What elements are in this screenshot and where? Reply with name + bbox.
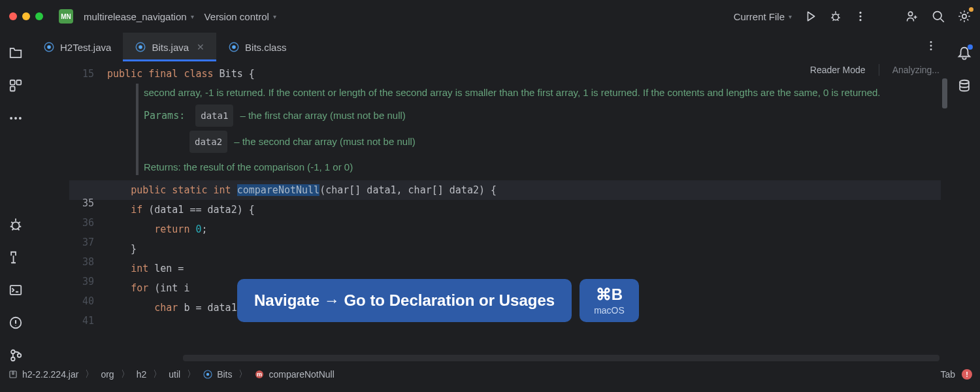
svg-point-6: [962, 14, 966, 18]
structure-tool-button[interactable]: [8, 78, 23, 93]
notifications-button[interactable]: [957, 46, 972, 60]
breadcrumb-item[interactable]: org: [101, 369, 114, 380]
svg-point-25: [930, 41, 932, 43]
debug-button[interactable]: [830, 10, 841, 22]
svg-point-16: [11, 350, 15, 354]
run-config-label: Current File: [734, 11, 785, 22]
archive-icon: [8, 369, 18, 380]
code-keyword: for: [131, 282, 148, 294]
line-number: 41: [31, 311, 94, 331]
project-badge: MN: [59, 9, 73, 24]
code-keyword: int: [131, 263, 148, 274]
javadoc-param-name: data1: [195, 105, 233, 127]
line-number: 35: [31, 193, 94, 213]
method-icon: m: [254, 369, 265, 380]
svg-point-24: [232, 45, 236, 49]
database-tool-button[interactable]: [957, 78, 972, 93]
breadcrumb-label: h2-2.2.224.jar: [22, 369, 78, 380]
svg-point-3: [859, 19, 861, 21]
tabs-more-button[interactable]: [913, 40, 949, 54]
code-text: len =: [148, 263, 189, 274]
zoom-window-button[interactable]: [35, 12, 43, 20]
javadoc-text: second array, -1 is returned. If the con…: [144, 85, 949, 101]
tab-bits-java[interactable]: Bits.java ✕: [123, 33, 216, 61]
vcs-tool-button[interactable]: [8, 348, 23, 363]
run-button[interactable]: [805, 10, 817, 22]
class-icon: [203, 369, 213, 380]
svg-point-0: [833, 14, 839, 20]
breadcrumb-item[interactable]: h2-2.2.224.jar: [8, 369, 78, 380]
right-toolbar: [949, 33, 980, 363]
minimize-window-button[interactable]: [22, 12, 30, 20]
breadcrumb-separator: 〉: [85, 368, 94, 380]
left-toolbar: [0, 33, 31, 363]
svg-text:m: m: [257, 371, 262, 378]
more-tools-button[interactable]: [8, 111, 23, 125]
shortcut-key: ⌘B: [594, 286, 625, 304]
svg-point-13: [12, 222, 20, 229]
chevron-down-icon: ▾: [273, 13, 276, 20]
svg-rect-9: [10, 86, 15, 91]
indent-indicator[interactable]: Tab: [940, 369, 955, 380]
javadoc-param-name: data2: [189, 131, 227, 153]
breadcrumb-label: compareNotNull: [269, 369, 334, 380]
javadoc-returns-label: Returns:: [144, 161, 181, 172]
terminal-tool-button[interactable]: [8, 283, 23, 297]
svg-point-10: [10, 117, 12, 120]
settings-button[interactable]: [958, 10, 971, 23]
action-hint-popup: Navigate → Go to Declaration or Usages ⌘…: [237, 279, 639, 322]
project-selector[interactable]: multirelease_navigation ▾: [84, 11, 194, 22]
action-hint-text: Navigate → Go to Declaration or Usages: [237, 279, 572, 322]
problems-tool-button[interactable]: [8, 316, 23, 330]
analyzing-label: Analyzing...: [892, 65, 939, 75]
action-hint-shortcut: ⌘B macOS: [580, 279, 639, 322]
svg-point-20: [47, 45, 51, 49]
code-line: }: [107, 239, 949, 259]
svg-point-5: [934, 12, 942, 20]
svg-point-2: [859, 15, 861, 17]
line-number: 38: [31, 252, 94, 272]
breadcrumb-label: Bits: [217, 369, 232, 380]
code-text: {: [243, 68, 255, 80]
editor-banner: Reader Mode Analyzing...: [810, 64, 939, 76]
breadcrumb-item[interactable]: Bits: [203, 369, 232, 380]
build-tool-button[interactable]: [8, 250, 23, 265]
tab-h2test[interactable]: H2Test.java: [31, 33, 123, 61]
code-text: (char[] data1, char[] data2) {: [319, 184, 497, 196]
project-tool-button[interactable]: [8, 46, 23, 60]
scroll-thumb[interactable]: [942, 78, 947, 108]
breadcrumb-separator: 〉: [187, 368, 196, 380]
chevron-down-icon: ▾: [191, 13, 194, 20]
close-tab-button[interactable]: ✕: [197, 42, 204, 52]
breadcrumb-item[interactable]: util: [169, 369, 180, 380]
run-config-selector[interactable]: Current File ▾: [734, 11, 792, 22]
search-button[interactable]: [932, 10, 945, 23]
breadcrumb-separator: 〉: [121, 368, 130, 380]
svg-point-17: [11, 357, 15, 361]
breadcrumb-item[interactable]: m compareNotNull: [254, 369, 334, 380]
svg-point-28: [960, 80, 969, 84]
traffic-lights: [9, 12, 43, 20]
javadoc-params-label: Params:: [144, 106, 185, 125]
svg-point-12: [19, 117, 22, 120]
scroll-track[interactable]: [941, 61, 949, 363]
close-window-button[interactable]: [9, 12, 17, 20]
debug-tool-button[interactable]: [8, 218, 23, 232]
code-number: 0: [195, 223, 201, 235]
vcs-menu[interactable]: Version control ▾: [204, 11, 276, 22]
gutter: 15 35 36 37 38 39 40 41: [31, 61, 107, 363]
svg-rect-8: [16, 80, 21, 85]
tab-label: H2Test.java: [60, 42, 111, 53]
project-name-label: multirelease_navigation: [84, 11, 187, 22]
code-text: [107, 263, 131, 274]
breadcrumb-separator: 〉: [153, 368, 162, 380]
divider: [879, 64, 879, 76]
tab-bits-class[interactable]: Bits.class: [216, 33, 298, 61]
error-indicator[interactable]: !: [962, 369, 972, 380]
horizontal-scrollbar[interactable]: [183, 355, 939, 361]
reader-mode-button[interactable]: Reader Mode: [810, 65, 866, 75]
more-actions-button[interactable]: [855, 10, 866, 22]
breadcrumb-item[interactable]: h2: [137, 369, 147, 380]
svg-point-18: [18, 353, 22, 357]
code-with-me-button[interactable]: [906, 10, 919, 23]
